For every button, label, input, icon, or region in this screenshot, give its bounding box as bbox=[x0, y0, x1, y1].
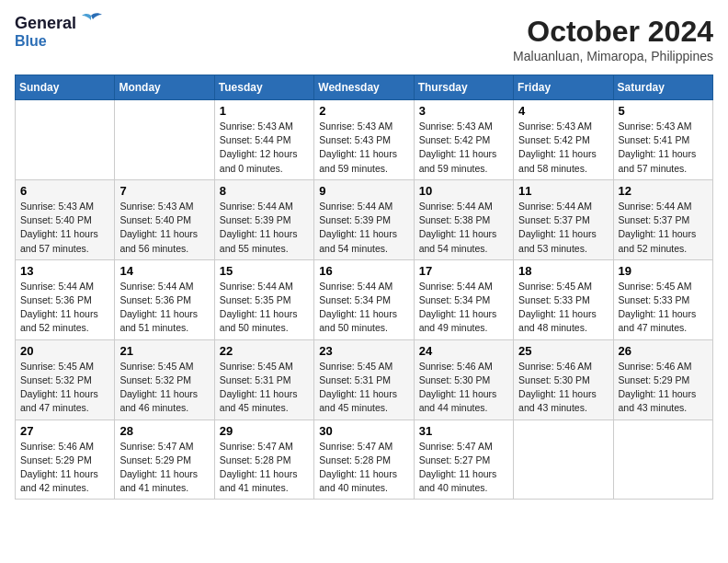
calendar-cell: 25Sunrise: 5:46 AMSunset: 5:30 PMDayligh… bbox=[514, 339, 613, 419]
calendar-week-row: 27Sunrise: 5:46 AMSunset: 5:29 PMDayligh… bbox=[16, 419, 713, 500]
calendar-cell: 22Sunrise: 5:45 AMSunset: 5:31 PMDayligh… bbox=[214, 339, 313, 419]
day-info: Sunrise: 5:47 AMSunset: 5:29 PMDaylight:… bbox=[119, 440, 209, 496]
calendar-cell: 15Sunrise: 5:44 AMSunset: 5:35 PMDayligh… bbox=[214, 259, 313, 339]
calendar-week-row: 6Sunrise: 5:43 AMSunset: 5:40 PMDaylight… bbox=[16, 179, 713, 259]
calendar-cell: 23Sunrise: 5:45 AMSunset: 5:31 PMDayligh… bbox=[314, 339, 414, 419]
location-title: Maluanluan, Mimaropa, Philippines bbox=[513, 49, 713, 63]
day-info: Sunrise: 5:45 AMSunset: 5:31 PMDaylight:… bbox=[319, 360, 408, 416]
calendar-cell bbox=[115, 100, 214, 180]
day-number: 22 bbox=[220, 344, 309, 358]
calendar-cell: 10Sunrise: 5:44 AMSunset: 5:38 PMDayligh… bbox=[414, 179, 513, 259]
day-info: Sunrise: 5:44 AMSunset: 5:39 PMDaylight:… bbox=[220, 200, 309, 256]
calendar-cell: 24Sunrise: 5:46 AMSunset: 5:30 PMDayligh… bbox=[414, 339, 513, 419]
day-info: Sunrise: 5:46 AMSunset: 5:29 PMDaylight:… bbox=[619, 360, 708, 416]
day-info: Sunrise: 5:43 AMSunset: 5:40 PMDaylight:… bbox=[119, 200, 209, 256]
day-info: Sunrise: 5:43 AMSunset: 5:41 PMDaylight:… bbox=[619, 120, 708, 176]
day-info: Sunrise: 5:46 AMSunset: 5:30 PMDaylight:… bbox=[518, 360, 608, 416]
month-title: October 2024 bbox=[513, 15, 713, 49]
calendar-cell: 26Sunrise: 5:46 AMSunset: 5:29 PMDayligh… bbox=[613, 339, 712, 419]
day-info: Sunrise: 5:44 AMSunset: 5:39 PMDaylight:… bbox=[319, 200, 408, 256]
calendar-header-thursday: Thursday bbox=[414, 75, 513, 100]
calendar-cell: 16Sunrise: 5:44 AMSunset: 5:34 PMDayligh… bbox=[314, 259, 414, 339]
day-info: Sunrise: 5:45 AMSunset: 5:32 PMDaylight:… bbox=[20, 360, 109, 416]
day-info: Sunrise: 5:44 AMSunset: 5:38 PMDaylight:… bbox=[419, 200, 508, 256]
calendar-cell: 30Sunrise: 5:47 AMSunset: 5:28 PMDayligh… bbox=[314, 419, 414, 500]
logo-bird-icon bbox=[78, 12, 104, 32]
day-number: 21 bbox=[119, 344, 209, 358]
calendar-week-row: 20Sunrise: 5:45 AMSunset: 5:32 PMDayligh… bbox=[16, 339, 713, 419]
day-number: 8 bbox=[220, 184, 309, 198]
day-number: 19 bbox=[619, 264, 708, 278]
day-number: 9 bbox=[319, 184, 408, 198]
day-number: 4 bbox=[518, 104, 608, 118]
day-number: 1 bbox=[220, 104, 309, 118]
calendar-cell: 20Sunrise: 5:45 AMSunset: 5:32 PMDayligh… bbox=[16, 339, 115, 419]
day-info: Sunrise: 5:44 AMSunset: 5:35 PMDaylight:… bbox=[220, 280, 309, 336]
day-number: 26 bbox=[619, 344, 708, 358]
day-number: 28 bbox=[119, 424, 209, 438]
calendar-header-monday: Monday bbox=[115, 75, 214, 100]
day-info: Sunrise: 5:47 AMSunset: 5:28 PMDaylight:… bbox=[319, 440, 408, 496]
day-number: 30 bbox=[319, 424, 408, 438]
day-number: 15 bbox=[220, 264, 309, 278]
day-number: 3 bbox=[419, 104, 508, 118]
calendar-header-wednesday: Wednesday bbox=[314, 75, 414, 100]
day-number: 23 bbox=[319, 344, 408, 358]
day-info: Sunrise: 5:44 AMSunset: 5:34 PMDaylight:… bbox=[319, 280, 408, 336]
day-number: 14 bbox=[119, 264, 209, 278]
calendar-cell bbox=[514, 419, 613, 500]
day-number: 25 bbox=[518, 344, 608, 358]
day-info: Sunrise: 5:45 AMSunset: 5:33 PMDaylight:… bbox=[518, 280, 608, 336]
calendar-header-row: SundayMondayTuesdayWednesdayThursdayFrid… bbox=[16, 75, 713, 100]
day-info: Sunrise: 5:43 AMSunset: 5:42 PMDaylight:… bbox=[419, 120, 508, 176]
day-number: 12 bbox=[619, 184, 708, 198]
calendar-cell: 27Sunrise: 5:46 AMSunset: 5:29 PMDayligh… bbox=[16, 419, 115, 500]
day-info: Sunrise: 5:44 AMSunset: 5:37 PMDaylight:… bbox=[619, 200, 708, 256]
day-info: Sunrise: 5:47 AMSunset: 5:27 PMDaylight:… bbox=[419, 440, 508, 496]
day-info: Sunrise: 5:43 AMSunset: 5:42 PMDaylight:… bbox=[518, 120, 608, 176]
calendar-cell: 17Sunrise: 5:44 AMSunset: 5:34 PMDayligh… bbox=[414, 259, 513, 339]
calendar-cell: 28Sunrise: 5:47 AMSunset: 5:29 PMDayligh… bbox=[115, 419, 214, 500]
day-number: 11 bbox=[518, 184, 608, 198]
day-info: Sunrise: 5:44 AMSunset: 5:36 PMDaylight:… bbox=[119, 280, 209, 336]
day-info: Sunrise: 5:47 AMSunset: 5:28 PMDaylight:… bbox=[220, 440, 309, 496]
day-number: 24 bbox=[419, 344, 508, 358]
day-info: Sunrise: 5:43 AMSunset: 5:40 PMDaylight:… bbox=[20, 200, 109, 256]
day-info: Sunrise: 5:46 AMSunset: 5:30 PMDaylight:… bbox=[419, 360, 508, 416]
logo-text-general: General bbox=[15, 15, 76, 33]
day-number: 13 bbox=[20, 264, 109, 278]
calendar-cell: 31Sunrise: 5:47 AMSunset: 5:27 PMDayligh… bbox=[414, 419, 513, 500]
calendar-cell: 11Sunrise: 5:44 AMSunset: 5:37 PMDayligh… bbox=[514, 179, 613, 259]
day-number: 2 bbox=[319, 104, 408, 118]
calendar-cell: 8Sunrise: 5:44 AMSunset: 5:39 PMDaylight… bbox=[214, 179, 313, 259]
day-info: Sunrise: 5:44 AMSunset: 5:36 PMDaylight:… bbox=[20, 280, 109, 336]
day-number: 7 bbox=[119, 184, 209, 198]
calendar-header-tuesday: Tuesday bbox=[214, 75, 313, 100]
day-number: 18 bbox=[518, 264, 608, 278]
title-section: October 2024 Maluanluan, Mimaropa, Phili… bbox=[513, 15, 713, 63]
day-number: 31 bbox=[419, 424, 508, 438]
calendar-cell: 6Sunrise: 5:43 AMSunset: 5:40 PMDaylight… bbox=[16, 179, 115, 259]
day-info: Sunrise: 5:44 AMSunset: 5:34 PMDaylight:… bbox=[419, 280, 508, 336]
calendar-cell: 21Sunrise: 5:45 AMSunset: 5:32 PMDayligh… bbox=[115, 339, 214, 419]
calendar-header-saturday: Saturday bbox=[613, 75, 712, 100]
calendar-cell: 19Sunrise: 5:45 AMSunset: 5:33 PMDayligh… bbox=[613, 259, 712, 339]
calendar-cell: 29Sunrise: 5:47 AMSunset: 5:28 PMDayligh… bbox=[214, 419, 313, 500]
calendar-cell: 2Sunrise: 5:43 AMSunset: 5:43 PMDaylight… bbox=[314, 100, 414, 180]
calendar-cell: 12Sunrise: 5:44 AMSunset: 5:37 PMDayligh… bbox=[613, 179, 712, 259]
day-number: 10 bbox=[419, 184, 508, 198]
day-number: 16 bbox=[319, 264, 408, 278]
day-info: Sunrise: 5:45 AMSunset: 5:32 PMDaylight:… bbox=[119, 360, 209, 416]
calendar-cell: 3Sunrise: 5:43 AMSunset: 5:42 PMDaylight… bbox=[414, 100, 513, 180]
calendar-cell: 1Sunrise: 5:43 AMSunset: 5:44 PMDaylight… bbox=[214, 100, 313, 180]
day-info: Sunrise: 5:45 AMSunset: 5:31 PMDaylight:… bbox=[220, 360, 309, 416]
calendar-cell: 9Sunrise: 5:44 AMSunset: 5:39 PMDaylight… bbox=[314, 179, 414, 259]
day-info: Sunrise: 5:44 AMSunset: 5:37 PMDaylight:… bbox=[518, 200, 608, 256]
logo-text-blue: Blue bbox=[15, 33, 47, 50]
day-number: 17 bbox=[419, 264, 508, 278]
calendar-table: SundayMondayTuesdayWednesdayThursdayFrid… bbox=[15, 75, 713, 500]
day-info: Sunrise: 5:45 AMSunset: 5:33 PMDaylight:… bbox=[619, 280, 708, 336]
day-number: 5 bbox=[619, 104, 708, 118]
day-info: Sunrise: 5:43 AMSunset: 5:44 PMDaylight:… bbox=[220, 120, 309, 176]
day-number: 29 bbox=[220, 424, 309, 438]
